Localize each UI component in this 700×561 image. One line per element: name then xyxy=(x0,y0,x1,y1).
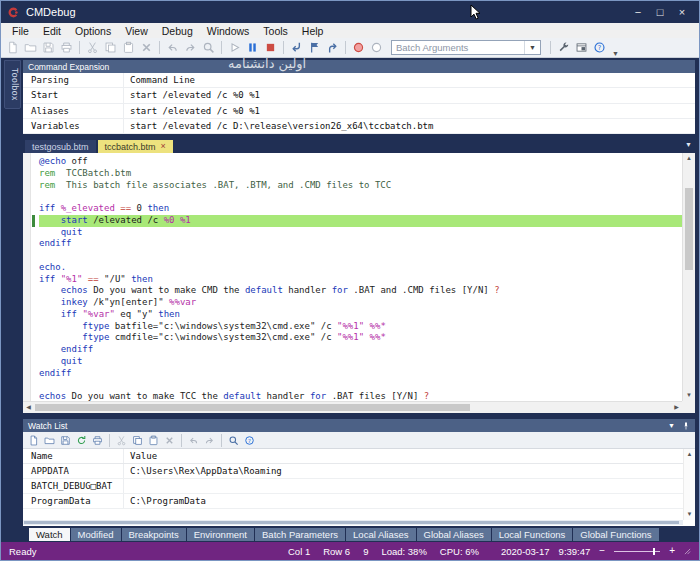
command-expansion-row[interactable]: Startstart /elevated /c %0 %1 xyxy=(23,88,695,103)
code-line[interactable]: @echo off xyxy=(39,156,682,168)
code-line[interactable]: ftype batfile="c:\windows\system32\cmd.e… xyxy=(39,321,682,333)
paste-icon[interactable] xyxy=(120,39,137,56)
command-expansion-row[interactable]: ParsingCommand Line xyxy=(23,73,695,88)
tab-list-dropdown-icon[interactable]: ▼ xyxy=(685,141,692,148)
tab-close-icon[interactable]: × xyxy=(161,142,166,151)
breakpoint-off-icon[interactable] xyxy=(368,39,385,56)
watch-new-icon[interactable] xyxy=(26,433,41,448)
watch-open-icon[interactable] xyxy=(42,433,57,448)
column-header-name[interactable]: Name xyxy=(23,449,123,463)
zoom-slider-thumb[interactable] xyxy=(653,548,655,555)
scroll-up-icon[interactable]: ▲ xyxy=(684,449,695,460)
menu-debug[interactable]: Debug xyxy=(155,25,200,37)
scrollbar-thumb[interactable] xyxy=(35,404,470,411)
menu-view[interactable]: View xyxy=(118,25,155,37)
menu-edit[interactable]: Edit xyxy=(36,25,68,37)
watch-refresh-icon[interactable] xyxy=(74,433,89,448)
code-line[interactable]: echo. xyxy=(39,262,682,274)
scrollbar-thumb[interactable] xyxy=(685,188,693,270)
scroll-down-icon[interactable]: ▼ xyxy=(683,390,695,401)
pause-icon[interactable] xyxy=(244,39,261,56)
watch-paste-icon[interactable] xyxy=(146,433,161,448)
toolbox-tab[interactable]: Toolbox xyxy=(4,60,21,109)
save-icon[interactable] xyxy=(40,39,57,56)
watch-tab-breakpoints[interactable]: Breakpoints xyxy=(122,528,186,541)
code-line[interactable]: endiff xyxy=(39,344,682,356)
watch-undo-icon[interactable] xyxy=(186,433,201,448)
code-line[interactable]: rem This batch file associates .BAT, .BT… xyxy=(39,180,682,192)
code-editor[interactable]: @echo offrem TCCBatch.btmrem This batch … xyxy=(23,153,695,413)
watch-save-icon[interactable] xyxy=(58,433,73,448)
code-line[interactable] xyxy=(39,250,682,262)
undo-icon[interactable] xyxy=(164,39,181,56)
watch-row[interactable]: ProgramDataC:\ProgramData xyxy=(23,494,683,509)
menu-tools[interactable]: Tools xyxy=(256,25,295,37)
watch-tab-watch[interactable]: Watch xyxy=(29,528,70,541)
scroll-right-icon[interactable]: ▶ xyxy=(671,402,682,413)
print-icon[interactable] xyxy=(58,39,75,56)
minimize-icon[interactable]: − xyxy=(627,2,649,22)
menu-windows[interactable]: Windows xyxy=(200,25,257,37)
code-line[interactable]: inkey /k"yn[enter]" %%var xyxy=(39,297,682,309)
watch-tab-modified[interactable]: Modified xyxy=(71,528,121,541)
code-area[interactable]: @echo offrem TCCBatch.btmrem This batch … xyxy=(32,153,682,401)
resize-grip[interactable] xyxy=(684,548,691,555)
watch-redo-icon[interactable] xyxy=(202,433,217,448)
editor-tab-tccbatch.btm[interactable]: tccbatch.btm× xyxy=(98,140,173,153)
editor-tab-testgosub.btm[interactable]: testgosub.btm xyxy=(25,140,96,153)
stop-icon[interactable] xyxy=(262,39,279,56)
scrollbar-thumb[interactable] xyxy=(24,521,679,524)
close-icon[interactable]: × xyxy=(671,2,693,22)
code-line[interactable]: ftype cmdfile="c:\windows\system32\cmd.e… xyxy=(39,332,682,344)
find-icon[interactable] xyxy=(200,39,217,56)
watch-tab-global-aliases[interactable]: Global Aliases xyxy=(417,528,491,541)
toolbar-overflow-icon[interactable]: ▼ xyxy=(609,50,622,57)
step-into-icon[interactable] xyxy=(288,39,305,56)
zoom-out-icon[interactable]: − xyxy=(599,546,605,556)
scroll-down-icon[interactable]: ▼ xyxy=(684,509,695,520)
watch-tab-global-functions[interactable]: Global Functions xyxy=(573,528,658,541)
command-expansion-row[interactable]: Aliasesstart /elevated /c %0 %1 xyxy=(23,104,695,119)
code-line[interactable]: endiff xyxy=(39,238,682,250)
code-line[interactable] xyxy=(39,191,682,203)
code-line[interactable]: quit xyxy=(39,356,682,368)
editor-horizontal-scrollbar[interactable]: ◀ ▶ xyxy=(23,401,682,413)
breakpoint-on-icon[interactable] xyxy=(350,39,367,56)
editor-margin[interactable] xyxy=(23,153,31,401)
delete-icon[interactable] xyxy=(138,39,155,56)
watch-row[interactable]: APPDATAC:\Users\Rex\AppData\Roaming xyxy=(23,464,683,479)
watch-vertical-scrollbar[interactable]: ▲ ▼ xyxy=(683,449,695,520)
menu-help[interactable]: Help xyxy=(295,25,331,37)
watch-tab-batch-parameters[interactable]: Batch Parameters xyxy=(255,528,345,541)
code-line[interactable]: endiff xyxy=(39,368,682,380)
code-line[interactable]: echos Do you want to make TCC the defaul… xyxy=(39,391,682,401)
command-expansion-row[interactable]: Variablesstart /elevated /c D:\release\v… xyxy=(23,119,695,134)
pin-icon[interactable] xyxy=(682,422,690,430)
code-line-current[interactable]: start /elevated /c %0 %1 xyxy=(39,215,682,227)
watch-tab-environment[interactable]: Environment xyxy=(187,528,254,541)
code-line[interactable]: echos Do you want to make CMD the defaul… xyxy=(39,285,682,297)
cut-icon[interactable] xyxy=(84,39,101,56)
redo-icon[interactable] xyxy=(182,39,199,56)
watch-help-icon[interactable]: ? xyxy=(242,433,257,448)
code-line[interactable]: quit xyxy=(39,227,682,239)
step-out-icon[interactable] xyxy=(324,39,341,56)
combo-dropdown-icon[interactable]: ▼ xyxy=(524,41,540,54)
watch-cut-icon[interactable] xyxy=(114,433,129,448)
watch-tab-local-aliases[interactable]: Local Aliases xyxy=(346,528,415,541)
window-options-icon[interactable] xyxy=(573,39,590,56)
zoom-in-icon[interactable]: + xyxy=(669,546,675,556)
maximize-icon[interactable]: □ xyxy=(649,2,671,22)
scroll-up-icon[interactable]: ▲ xyxy=(683,153,695,164)
menu-options[interactable]: Options xyxy=(68,25,118,37)
code-line[interactable]: iff "%var" eq "y" then xyxy=(39,309,682,321)
watch-find-icon[interactable] xyxy=(226,433,241,448)
editor-vertical-scrollbar[interactable]: ▲ ▼ xyxy=(682,153,695,401)
zoom-slider[interactable] xyxy=(614,551,660,552)
step-over-icon[interactable] xyxy=(306,39,323,56)
code-line[interactable] xyxy=(39,379,682,391)
run-icon[interactable] xyxy=(226,39,243,56)
watch-tab-local-functions[interactable]: Local Functions xyxy=(492,528,573,541)
help-icon[interactable]: ? xyxy=(591,39,608,56)
batch-arguments-combo[interactable]: Batch Arguments ▼ xyxy=(391,40,541,55)
